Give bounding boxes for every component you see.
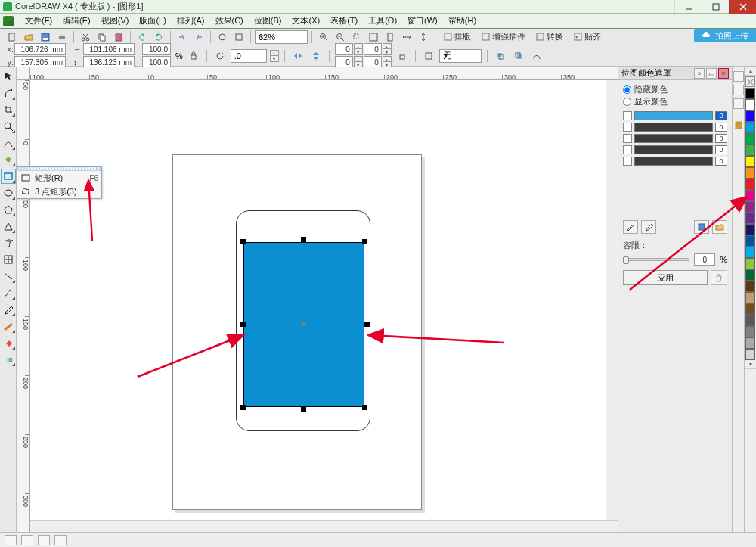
fill-tool[interactable] [1, 335, 16, 350]
side-button-2[interactable] [733, 85, 744, 95]
menu-layout[interactable]: 版面(L) [134, 14, 171, 27]
palette-swatch[interactable] [745, 179, 755, 190]
menu-view[interactable]: 视图(V) [96, 14, 135, 27]
apply-button[interactable]: 应用 [623, 270, 708, 285]
menu-edit[interactable]: 编辑(E) [57, 14, 96, 27]
convert-curves-icon[interactable] [529, 49, 544, 63]
vertical-scrollbar[interactable] [606, 80, 618, 520]
lock-ratio-icon[interactable] [186, 49, 201, 63]
zoom-in-icon[interactable] [316, 30, 331, 44]
palette-swatch[interactable] [745, 88, 755, 99]
promo-banner[interactable]: 拍照上传 [694, 29, 756, 42]
to-front-icon[interactable] [493, 49, 508, 63]
open-mask-button[interactable] [712, 220, 727, 234]
palette-swatch[interactable] [745, 167, 755, 179]
palette-swatch[interactable] [745, 201, 755, 213]
ellipse-tool[interactable] [1, 185, 16, 200]
copy-icon[interactable] [94, 30, 110, 44]
mask-checkbox[interactable] [623, 123, 632, 132]
new-icon[interactable] [5, 30, 20, 44]
palette-swatch[interactable] [745, 122, 755, 133]
outline-tool[interactable] [1, 319, 16, 334]
mirror-v-icon[interactable] [308, 49, 324, 63]
zoom-tool[interactable] [1, 119, 16, 134]
side-button-3[interactable] [733, 98, 744, 109]
open-icon[interactable] [21, 30, 36, 44]
save-icon[interactable] [38, 30, 53, 44]
page-last-button[interactable] [54, 535, 67, 545]
flyout-rectangle[interactable]: 矩形(R) F6 [17, 171, 101, 185]
minimize-button[interactable] [674, 0, 702, 14]
welcome-icon[interactable] [231, 30, 246, 44]
zoom-height-icon[interactable] [416, 30, 431, 44]
sel-handle[interactable] [240, 322, 246, 327]
angle-input[interactable]: .0 [231, 49, 267, 63]
sel-handle[interactable] [364, 322, 370, 327]
palette-up-icon[interactable]: ▴ [745, 67, 756, 76]
palette-down-icon[interactable]: ▾ [745, 360, 756, 369]
interactive-tool[interactable] [1, 285, 16, 300]
mask-swatch[interactable] [634, 111, 713, 120]
rotate-icon[interactable] [212, 49, 228, 63]
palette-swatch[interactable] [745, 247, 755, 258]
eyedropper-button[interactable] [641, 220, 656, 234]
menu-file[interactable]: 文件(F) [20, 14, 57, 27]
corner-tr-spin[interactable]: ▴▾ [383, 43, 392, 55]
sel-handle[interactable] [301, 237, 306, 242]
mirror-h-icon[interactable] [290, 49, 305, 63]
polygon-tool[interactable] [1, 202, 16, 217]
pick-tool[interactable] [1, 69, 16, 84]
dimension-tool[interactable] [1, 269, 16, 284]
page-first-button[interactable] [5, 535, 17, 545]
shape-tool[interactable] [1, 85, 16, 101]
page-next-button[interactable] [38, 535, 50, 545]
palette-swatch[interactable] [745, 281, 755, 292]
palette-swatch[interactable] [745, 326, 755, 337]
mask-checkbox[interactable] [623, 111, 632, 120]
mask-row[interactable]: 0 [623, 110, 727, 121]
import-icon[interactable] [175, 30, 190, 44]
smart-fill-tool[interactable] [1, 152, 16, 167]
scale-x-input[interactable]: 100.0 [142, 43, 171, 55]
radio-hide-colors[interactable]: 隐藏颜色 [623, 83, 727, 95]
ruler-vertical[interactable]: 50050100150200250300350 [17, 80, 30, 532]
sel-handle[interactable] [240, 405, 246, 410]
redo-icon[interactable] [151, 30, 166, 44]
side-button-1[interactable] [733, 71, 744, 82]
basic-shapes-tool[interactable] [1, 219, 16, 234]
no-color-swatch[interactable] [745, 76, 755, 87]
sel-handle[interactable] [240, 239, 246, 244]
palette-swatch[interactable] [745, 224, 755, 235]
palette-swatch[interactable] [745, 303, 755, 315]
convert-button[interactable]: 转换 [531, 30, 568, 44]
docker-close-button[interactable]: × [718, 68, 729, 79]
mask-swatch[interactable] [634, 157, 713, 166]
corner-tl-input[interactable]: 0 [335, 43, 353, 55]
sel-handle[interactable] [362, 405, 367, 410]
corner-tl-spin[interactable]: ▴▾ [354, 43, 363, 55]
rectangle-tool[interactable] [1, 169, 16, 184]
palette-swatch[interactable] [745, 258, 755, 269]
mask-swatch[interactable] [634, 134, 713, 143]
menu-tools[interactable]: 工具(O) [363, 14, 402, 27]
palette-swatch[interactable] [745, 235, 755, 247]
paste-icon[interactable] [111, 30, 126, 44]
menu-table[interactable]: 表格(T) [325, 14, 363, 27]
interactive-fill-tool[interactable] [1, 352, 16, 367]
palette-swatch[interactable] [745, 110, 755, 122]
palette-swatch[interactable] [745, 349, 755, 360]
ruler-horizontal[interactable]: 10050050100150200250300350 [30, 67, 618, 80]
mask-swatch[interactable] [634, 123, 713, 132]
snap-button[interactable]: 贴齐▾ [569, 30, 606, 44]
mask-row[interactable]: 0 [623, 156, 727, 166]
palette-swatch[interactable] [745, 337, 755, 349]
zoom-page-icon[interactable] [383, 30, 398, 44]
sel-handle[interactable] [362, 239, 367, 244]
menu-arrange[interactable]: 排列(A) [172, 14, 210, 27]
freehand-tool[interactable] [1, 135, 16, 151]
text-wrap-icon[interactable] [421, 49, 436, 63]
sel-handle[interactable] [301, 407, 306, 412]
corner-tr-input[interactable]: 0 [364, 43, 382, 55]
palette-swatch[interactable] [745, 315, 755, 326]
launch-icon[interactable] [215, 30, 230, 44]
